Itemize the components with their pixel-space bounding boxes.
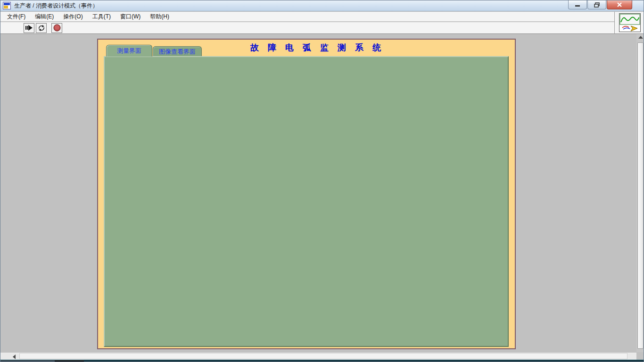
app-title: 故 障 电 弧 监 测 系 统 (250, 42, 392, 53)
menu-window[interactable]: 窗口(W) (116, 12, 145, 22)
vi-icon-pane (614, 12, 644, 34)
tab-image-view[interactable]: 图像查看界面 (153, 46, 202, 57)
menu-operate[interactable]: 操作(O) (58, 12, 87, 22)
menu-file[interactable]: 文件(F) (2, 12, 30, 22)
scroll-up-icon[interactable] (638, 36, 643, 39)
run-continuous-button[interactable] (36, 23, 47, 33)
menu-tools[interactable]: 工具(T) (88, 12, 116, 22)
toolbar (0, 22, 614, 34)
labview-app-icon (3, 2, 11, 9)
abort-button[interactable] (51, 23, 62, 33)
run-button[interactable] (24, 23, 34, 33)
close-button[interactable] (607, 0, 632, 9)
tab-page-measurement (104, 56, 509, 347)
run-continuous-icon (38, 25, 45, 32)
scroll-left-icon[interactable] (13, 354, 16, 359)
minimize-button[interactable] (568, 0, 587, 9)
menubar: 文件(F) 编辑(E) 操作(O) 工具(T) 窗口(W) 帮助(H) (0, 12, 614, 22)
taskbar-edge (0, 360, 644, 362)
horizontal-scrollbar[interactable] (0, 352, 636, 360)
minimize-icon (575, 3, 580, 7)
window-title: 生产者 / 消费者设计模式（事件） (14, 2, 98, 10)
abort-icon (53, 24, 61, 32)
restore-button[interactable] (587, 0, 606, 9)
run-icon (25, 25, 33, 31)
tab-measurement[interactable]: 测量界面 (106, 45, 152, 57)
vertical-scroll-thumb[interactable] (637, 42, 644, 349)
menu-help[interactable]: 帮助(H) (145, 12, 174, 22)
close-icon (617, 2, 622, 8)
restore-icon (594, 2, 600, 8)
horizontal-scroll-thumb[interactable] (19, 353, 627, 359)
menu-edit[interactable]: 编辑(E) (30, 12, 58, 22)
vi-icon (619, 13, 641, 32)
titlebar[interactable]: 生产者 / 消费者设计模式（事件） (0, 0, 644, 11)
vi-icon-graphic (619, 14, 640, 32)
labview-front-panel-window: 生产者 / 消费者设计模式（事件） 文件(F) 编辑(E) 操作(O) 工具(T… (0, 0, 644, 362)
vertical-scrollbar[interactable] (636, 34, 644, 352)
